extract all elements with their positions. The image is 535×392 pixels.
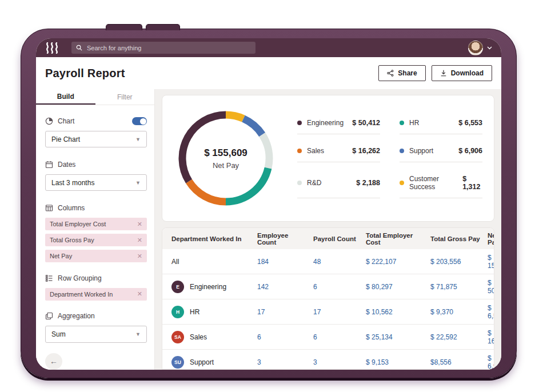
aggregation-section-header: Aggregation [45,312,147,321]
page-header: Payroll Report Share Download [36,57,501,89]
total-employer-cost-link[interactable]: $ 10,562 [366,308,430,316]
field-chip[interactable]: Total Employer Cost✕ [45,218,147,230]
chip-label: Net Pay [50,253,72,259]
table-row[interactable]: EEngineering1426$ 80,297$ 71,875$ 50,412 [162,274,494,299]
chart-toggle[interactable] [132,117,147,125]
chip-label: Total Employer Cost [50,221,106,227]
legend-item: HR$ 6,553 [400,119,482,134]
department-avatar: SU [171,356,184,369]
department-name: HR [190,308,199,316]
table-header-row: Department Worked InEmployee CountPayrol… [162,228,494,249]
chart-type-select[interactable]: Pie Chart ▼ [45,131,147,147]
table-row[interactable]: SASales66$ 25,134$ 22,592$ 16,262 [162,324,494,349]
report-table: Department Worked InEmployee CountPayrol… [162,227,494,370]
share-button[interactable]: Share [378,65,425,81]
employee-count-link[interactable]: 184 [257,258,313,266]
payroll-count-link[interactable]: 3 [313,358,366,366]
total-employer-cost-link[interactable]: $ 9,153 [366,358,430,366]
employee-count-link[interactable]: 142 [257,283,313,291]
columns-icon [45,204,53,212]
department-cell: All [171,258,257,266]
user-menu[interactable] [468,41,492,55]
total-employer-cost-link[interactable]: $ 222,107 [366,258,430,266]
chart-legend: Engineering$ 50,412HR$ 6,553Sales$ 16,26… [297,119,482,198]
tab-build[interactable]: Build [36,89,95,105]
legend-item: Engineering$ 50,412 [297,119,380,134]
employee-count-link[interactable]: 6 [257,333,313,341]
columns-chip-list: Total Employer Cost✕Total Gross Pay✕Net … [45,218,147,262]
back-button[interactable]: ← [45,353,62,370]
legend-dot [400,149,404,153]
department-name: Sales [190,333,207,341]
total-gross-pay-link[interactable]: $ 9,370 [430,308,488,316]
payroll-count-link[interactable]: 6 [313,283,366,291]
department-avatar: SA [171,331,184,343]
user-avatar[interactable] [468,41,483,55]
employee-count-link[interactable]: 3 [257,358,313,366]
payroll-count-link[interactable]: 6 [313,333,366,341]
remove-chip-icon[interactable]: ✕ [137,290,142,298]
legend-dot [297,181,302,185]
chip-label: Department Worked In [50,291,113,298]
payroll-count-link[interactable]: 48 [313,258,366,266]
row-grouping-icon [45,274,53,282]
legend-value: $ 16,262 [352,147,380,155]
back-arrow-icon: ← [50,357,58,366]
total-gross-pay-link[interactable]: $ 22,592 [430,333,488,341]
department-cell: EEngineering [171,281,257,293]
download-icon [440,70,447,77]
total-gross-pay-link[interactable]: $ 203,556 [430,258,488,266]
total-gross-pay-link[interactable]: $8,556 [430,358,488,366]
total-employer-cost-link[interactable]: $ 25,134 [366,333,430,341]
department-avatar: H [171,306,184,318]
department-name: Engineering [190,283,226,291]
download-button[interactable]: Download [432,65,492,81]
calendar-icon [45,161,53,169]
aggregation-icon [45,312,53,320]
rippling-logo-icon[interactable] [45,42,62,54]
net-pay-link[interactable]: $ 6,906 [488,354,494,370]
remove-chip-icon[interactable]: ✕ [137,221,142,228]
page: Payroll Report Share Download [0,0,535,392]
table-column-header: Payroll Count [313,235,366,242]
remove-chip-icon[interactable]: ✕ [137,253,142,260]
legend-dot [400,181,404,185]
table-row[interactable]: All18448$ 222,107$ 203,556$ 155,609 [162,249,494,274]
department-name: Support [190,358,214,366]
pie-chart-card: $ 155,609 Net Pay Engineering$ 50,412HR$… [162,95,494,222]
table-row[interactable]: SUSupport33$ 9,153$8,556$ 6,906 [162,349,494,370]
tab-filter[interactable]: Filter [95,89,155,105]
table-row[interactable]: HHR1717$ 10,562$ 9,370$ 6,553 [162,299,494,324]
net-pay-link[interactable]: $ 16,262 [488,329,494,345]
employee-count-link[interactable]: 17 [257,308,313,316]
remove-chip-icon[interactable]: ✕ [137,237,142,244]
field-chip[interactable]: Total Gross Pay✕ [45,234,147,246]
legend-label: Sales [307,147,324,155]
donut-chart: $ 155,609 Net Pay [178,111,273,206]
legend-dot [400,121,404,125]
total-employer-cost-link[interactable]: $ 80,297 [366,283,430,291]
department-avatar: E [171,281,184,293]
legend-label: Support [409,147,433,155]
tablet-hardware-button [146,24,180,30]
total-gross-pay-link[interactable]: $ 71,875 [430,283,488,291]
chart-section-header: Chart [45,117,147,126]
aggregation-select[interactable]: Sum ▼ [45,326,147,342]
top-nav-bar [36,38,501,57]
columns-section-header: Columns [45,203,147,213]
net-pay-link[interactable]: $ 50,412 [488,279,494,295]
payroll-count-link[interactable]: 17 [313,308,366,316]
department-name: All [171,258,179,266]
net-pay-link[interactable]: $ 155,609 [488,254,494,270]
search-input[interactable] [86,44,251,52]
net-pay-link[interactable]: $ 6,553 [488,304,494,320]
report-builder-sidebar: Build Filter Chart Pie Chart ▼ [36,89,155,370]
app-screen: Payroll Report Share Download [36,38,501,370]
sidebar-tabs: Build Filter [36,89,154,105]
legend-dot [297,121,302,125]
dates-select[interactable]: Last 3 months ▼ [45,174,147,191]
field-chip[interactable]: Net Pay✕ [45,250,147,262]
legend-value: $ 2,188 [356,179,380,187]
field-chip[interactable]: Department Worked In✕ [45,288,147,301]
global-search[interactable] [71,42,255,54]
